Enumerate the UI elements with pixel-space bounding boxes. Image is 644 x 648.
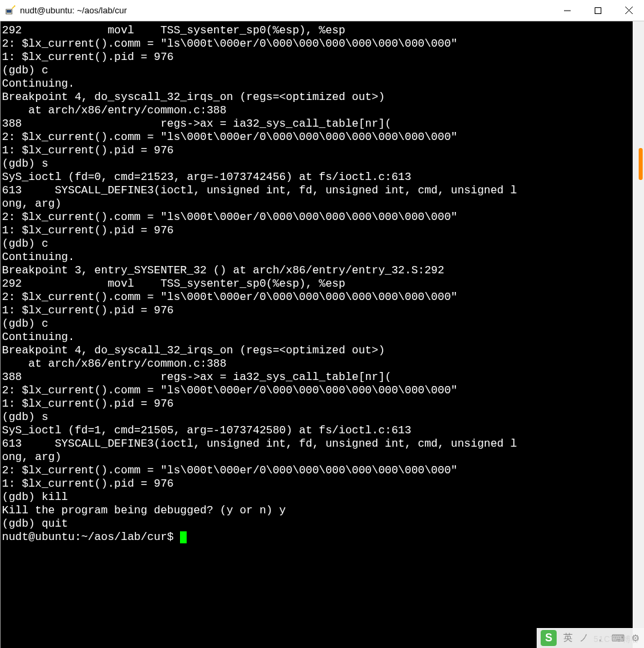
- terminal-line: 1: $lx_current().pid = 976: [2, 144, 633, 157]
- watermark-text: 51CTO博客: [594, 634, 640, 645]
- svg-rect-5: [595, 7, 601, 13]
- terminal-line: 2: $lx_current().comm = "ls\000t\000er/0…: [2, 131, 633, 144]
- scrollbar-track[interactable]: [633, 21, 644, 648]
- terminal-line: Breakpoint 4, do_syscall_32_irqs_on (reg…: [2, 344, 633, 357]
- ime-punct-icon[interactable]: ノ: [579, 632, 589, 644]
- window-controls: [552, 0, 644, 21]
- svg-point-3: [14, 5, 15, 7]
- ime-mode[interactable]: 英: [563, 632, 573, 644]
- putty-icon: [4, 5, 16, 17]
- minimize-button[interactable]: [552, 0, 583, 21]
- terminal-line: Continuing.: [2, 251, 633, 264]
- ime-logo-icon[interactable]: S: [541, 630, 557, 646]
- terminal-line: at arch/x86/entry/common.c:388: [2, 104, 633, 117]
- terminal-line: 388 regs->ax = ia32_sys_call_table[nr](: [2, 371, 633, 384]
- terminal-line: (gdb) c: [2, 317, 633, 331]
- terminal-line: 2: $lx_current().comm = "ls\000t\000er/0…: [2, 291, 633, 304]
- close-button[interactable]: [613, 0, 644, 21]
- terminal-line: Continuing.: [2, 331, 633, 344]
- terminal-line: 388 regs->ax = ia32_sys_call_table[nr](: [2, 117, 633, 131]
- terminal-line: (gdb) kill: [2, 491, 633, 504]
- terminal-line: (gdb) s: [2, 157, 633, 171]
- terminal-line: (gdb) c: [2, 237, 633, 251]
- terminal-line: (gdb) s: [2, 411, 633, 424]
- scrollbar-thumb[interactable]: [639, 148, 643, 180]
- terminal-line: 1: $lx_current().pid = 976: [2, 304, 633, 317]
- terminal-line: at arch/x86/entry/common.c:388: [2, 357, 633, 371]
- terminal-line: 292 movl TSS_sysenter_sp0(%esp), %esp: [2, 24, 633, 37]
- terminal-line: 1: $lx_current().pid = 976: [2, 224, 633, 237]
- window-titlebar: nudt@ubuntu: ~/aos/lab/cur: [0, 0, 644, 21]
- terminal-line: SyS_ioctl (fd=1, cmd=21505, arg=-1073742…: [2, 424, 633, 437]
- terminal-container: 292 movl TSS_sysenter_sp0(%esp), %esp2: …: [0, 21, 644, 648]
- window-title: nudt@ubuntu: ~/aos/lab/cur: [20, 5, 552, 15]
- terminal-line: 1: $lx_current().pid = 976: [2, 397, 633, 411]
- terminal-prompt-line: nudt@ubuntu:~/aos/lab/cur$: [2, 531, 633, 544]
- terminal-line: 2: $lx_current().comm = "ls\000t\000er/0…: [2, 37, 633, 51]
- terminal-line: SyS_ioctl (fd=0, cmd=21523, arg=-1073742…: [2, 171, 633, 184]
- terminal-line: 2: $lx_current().comm = "ls\000t\000er/0…: [2, 464, 633, 477]
- terminal-line: 292 movl TSS_sysenter_sp0(%esp), %esp: [2, 277, 633, 291]
- maximize-button[interactable]: [583, 0, 613, 21]
- terminal-line: (gdb) quit: [2, 517, 633, 531]
- terminal-line: 1: $lx_current().pid = 976: [2, 477, 633, 491]
- terminal-output[interactable]: 292 movl TSS_sysenter_sp0(%esp), %esp2: …: [1, 21, 633, 648]
- cursor-block: [180, 531, 187, 543]
- terminal-line: Breakpoint 3, entry_SYSENTER_32 () at ar…: [2, 264, 633, 277]
- terminal-line: ong, arg): [2, 451, 633, 464]
- terminal-line: Breakpoint 4, do_syscall_32_irqs_on (reg…: [2, 91, 633, 104]
- terminal-line: 613 SYSCALL_DEFINE3(ioctl, unsigned int,…: [2, 184, 633, 197]
- terminal-line: 2: $lx_current().comm = "ls\000t\000er/0…: [2, 384, 633, 397]
- terminal-line: 2: $lx_current().comm = "ls\000t\000er/0…: [2, 211, 633, 224]
- terminal-line: 1: $lx_current().pid = 976: [2, 51, 633, 64]
- svg-rect-1: [7, 10, 11, 13]
- terminal-line: Kill the program being debugged? (y or n…: [2, 504, 633, 517]
- terminal-line: Continuing.: [2, 77, 633, 91]
- terminal-line: 613 SYSCALL_DEFINE3(ioctl, unsigned int,…: [2, 437, 633, 451]
- terminal-line: (gdb) c: [2, 64, 633, 77]
- terminal-line: ong, arg): [2, 197, 633, 211]
